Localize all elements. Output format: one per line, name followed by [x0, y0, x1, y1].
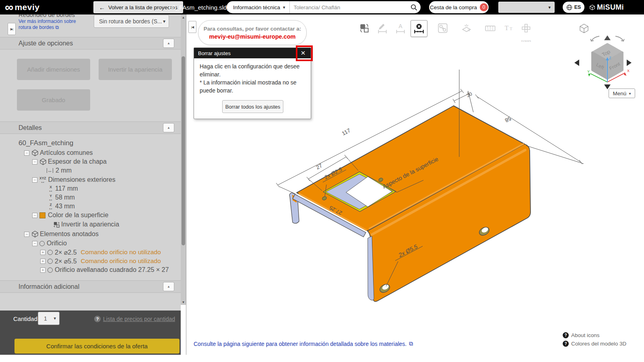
delete-all-settings-label: Borrar todos los ajustes [225, 104, 281, 110]
tree-item-articulos-comunes[interactable]: − Artículos comunes [0, 148, 93, 157]
rotate-right-icon[interactable] [615, 36, 624, 41]
about-icons-link[interactable]: ? About icons [563, 332, 600, 338]
meviy-logo-text: meviy [14, 2, 39, 12]
add-dimensions-button[interactable]: Añadir dimensiones [17, 59, 90, 80]
view-menu-label: Menú [613, 90, 627, 97]
collapse-section-button[interactable]: ▲ [163, 282, 174, 291]
tree-item-orificio[interactable]: − Orificio [0, 239, 67, 248]
misumi-logo[interactable]: MiSUMi [589, 0, 624, 14]
scroll-down-icon[interactable]: ▼ [181, 299, 186, 305]
misumi-cube-icon [589, 4, 595, 10]
collapse-node-icon[interactable]: − [24, 232, 29, 237]
tree-item-label: Color de la superficie [48, 212, 108, 219]
model-colors-link[interactable]: ? Colores del modelo 3D [563, 341, 626, 347]
confirm-offer-label: Confirmar las condiciones de la oferta [46, 343, 148, 350]
quantity-select[interactable]: 1 ▾ [38, 312, 60, 325]
collapse-section-button[interactable]: ▲ [163, 39, 174, 48]
add-dimensions-label: Añadir dimensiones [27, 66, 80, 73]
details-section-header[interactable]: Detalles ▲ [0, 121, 181, 134]
delete-all-settings-button[interactable]: Borrar todos los ajustes [222, 100, 283, 113]
tree-item-dim-x[interactable]: X↔ 117 mm [0, 184, 78, 193]
dialog-body-line1: Haga clic en la configuración que desee … [200, 62, 305, 78]
search-input[interactable]: Tolerancia/ Chaflán [290, 4, 407, 10]
engraving-button[interactable]: Grabado [17, 89, 90, 111]
tree-item-dimensiones[interactable]: − XYZ↔ Dimensiones exteriores [0, 175, 116, 184]
tree-item-thickness-value[interactable]: ↔ 2 mm [0, 166, 72, 175]
left-panel: Redondeo de bordes Ver más información s… [0, 14, 181, 355]
quantity-value: 1 [44, 315, 47, 322]
collapse-node-icon[interactable]: − [24, 150, 29, 156]
tree-item-color-superficie[interactable]: − Color de la superficie [0, 211, 108, 220]
edge-rounding-info-link[interactable]: Ver más información sobre rotura de bord… [19, 19, 87, 31]
materials-info-link[interactable]: Consulte la página siguiente para obtene… [194, 340, 413, 347]
edge-rounding-select[interactable]: Sin rotura de bordes (S... ▾ [94, 15, 169, 28]
tree-item-label: Artículos comunes [40, 149, 93, 156]
header-empty-dropdown[interactable]: ▾ [498, 2, 555, 13]
isometric-view-icon[interactable] [580, 24, 588, 33]
tree-item-label: Invertir la apariencia [61, 221, 119, 228]
expand-node-icon[interactable]: + [40, 267, 45, 273]
sidebar-collapse-handle[interactable]: ▶| [8, 23, 16, 35]
additional-info-section-header[interactable]: Información adicional ▲ [0, 280, 181, 293]
scrollbar-thumb[interactable] [182, 56, 185, 245]
collapse-node-icon[interactable]: − [32, 177, 37, 183]
tree-item-hole-2.5[interactable]: + 2× ⌀2.5 Comando orificio no utilizado [0, 248, 161, 257]
expand-node-icon[interactable]: + [40, 250, 45, 255]
view-cube-widget[interactable]: Top Left Front Y X Z [566, 21, 640, 99]
edge-link-label: Ver más información sobre rotura de bord… [19, 19, 76, 30]
invert-appearance-button[interactable]: Invertir la apariencia [99, 59, 172, 80]
cart-count-badge: 0 [480, 3, 488, 11]
back-arrow-icon: ← [99, 4, 105, 11]
collapse-section-button[interactable]: ▲ [163, 123, 174, 132]
dim-20: 20 [466, 91, 473, 99]
confirm-offer-button[interactable]: Confirmar las condiciones de la oferta [14, 339, 180, 354]
model-colors-label: Colores del modelo 3D [571, 341, 626, 347]
tree-item-invertir[interactable]: Invertir la apariencia [0, 220, 119, 229]
price-list-link[interactable]: ? Lista de precios por cantidad [94, 316, 175, 322]
axis-x-label: X [627, 69, 630, 73]
view-menu-button[interactable]: Menú ▾ [609, 88, 635, 98]
tree-item-countersunk[interactable]: + Orificio avellanado cuadrado 27.25 × 2… [0, 265, 169, 274]
tree-item-dim-z[interactable]: Z↔ 43 mm [0, 202, 75, 211]
tree-item-espesor[interactable]: − Espesor de la chapa [0, 157, 107, 166]
panel-collapse-handle[interactable]: |◀ [188, 21, 196, 33]
question-icon: ? [563, 332, 569, 338]
rotate-up-icon[interactable] [604, 35, 611, 40]
price-list-label: Lista de precios por cantidad [103, 316, 175, 322]
expand-node-icon[interactable]: + [40, 259, 45, 264]
delete-settings-dialog: Borrar ajustes ✕ Haga clic en la configu… [194, 47, 311, 119]
chevron-down-icon: ▾ [54, 316, 56, 321]
hole-warning-note: Comando orificio no utilizado [81, 249, 161, 256]
cart-button[interactable]: Cesta de la compra 0 [429, 1, 489, 13]
thickness-dim-icon: ↔ [47, 168, 53, 173]
language-button[interactable]: ES [563, 2, 584, 13]
tree-root[interactable]: 60_FAsm_etching [19, 139, 73, 148]
meviy-logo[interactable]: ∞ meviy [5, 0, 39, 14]
search-icon[interactable] [407, 4, 421, 11]
collapse-node-icon[interactable]: − [32, 159, 37, 165]
tree-item-hole-5.5[interactable]: + 2× ⌀5.5 Comando orificio no utilizado [0, 257, 161, 265]
top-bar: ∞ meviy ← Volver a la lista de proyectos… [0, 0, 644, 14]
search-category-dropdown[interactable]: Información técnica ▾ [227, 4, 289, 10]
tree-item-elementos-anotados[interactable]: − Elementos anotados [0, 230, 99, 239]
options-section-header[interactable]: Ajuste de opciones ▲ [0, 37, 181, 49]
triangle-up-icon: ▲ [167, 285, 170, 288]
rotate-left-icon[interactable] [590, 36, 599, 41]
tree-item-dim-y[interactable]: Y↔ 58 mm [0, 193, 75, 202]
rotate-view-left-icon[interactable] [574, 60, 579, 66]
misumi-logo-text: MiSUMi [597, 3, 624, 12]
dialog-header[interactable]: Borrar ajustes [194, 48, 311, 58]
details-section-title: Detalles [19, 124, 42, 132]
tree-item-label: 58 mm [55, 194, 75, 201]
contact-email-link[interactable]: meviy-eu@misumi-europe.com [209, 33, 296, 40]
tree-item-label: Dimensiones exteriores [48, 176, 116, 183]
additional-info-title: Información adicional [19, 283, 79, 290]
collapse-node-icon[interactable]: − [32, 241, 37, 246]
engraving-label: Grabado [42, 97, 65, 103]
edge-select-value: Sin rotura de bordes (S... [99, 18, 162, 25]
sidebar-scrollbar[interactable]: ▲ ▼ [181, 14, 186, 305]
cube-icon [39, 158, 47, 165]
collapse-node-icon[interactable]: − [32, 213, 37, 218]
rotate-view-right-icon[interactable] [627, 60, 632, 66]
scroll-up-icon[interactable]: ▲ [181, 14, 186, 20]
